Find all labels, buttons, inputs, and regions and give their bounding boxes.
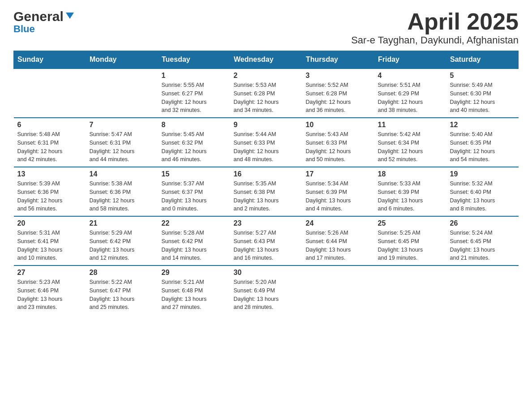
day-number: 8 — [162, 121, 227, 129]
day-number: 5 — [450, 72, 515, 80]
day-number: 28 — [90, 269, 154, 277]
day-number: 4 — [378, 72, 443, 80]
day-number: 12 — [450, 121, 515, 129]
calendar-cell — [374, 265, 446, 314]
calendar-cell: 28Sunrise: 5:22 AMSunset: 6:47 PMDayligh… — [86, 265, 158, 314]
calendar-cell: 7Sunrise: 5:47 AMSunset: 6:31 PMDaylight… — [86, 118, 158, 167]
day-number: 1 — [162, 72, 227, 80]
header-sunday: Sunday — [14, 51, 86, 69]
day-number: 22 — [162, 219, 227, 227]
day-info: Sunrise: 5:31 AMSunset: 6:41 PMDaylight:… — [17, 229, 82, 262]
page-header: General Blue April 2025 Sar-e Tayghan, D… — [13, 9, 519, 46]
day-info: Sunrise: 5:26 AMSunset: 6:44 PMDaylight:… — [306, 229, 371, 262]
day-info: Sunrise: 5:29 AMSunset: 6:42 PMDaylight:… — [90, 229, 154, 262]
calendar-cell: 22Sunrise: 5:28 AMSunset: 6:42 PMDayligh… — [158, 216, 230, 265]
logo-general-text: General — [13, 9, 64, 24]
day-number: 30 — [234, 269, 299, 277]
day-info: Sunrise: 5:52 AMSunset: 6:28 PMDaylight:… — [306, 81, 371, 115]
day-info: Sunrise: 5:49 AMSunset: 6:30 PMDaylight:… — [450, 81, 515, 115]
calendar-cell: 2Sunrise: 5:53 AMSunset: 6:28 PMDaylight… — [230, 68, 302, 118]
title-block: April 2025 Sar-e Tayghan, Daykundi, Afgh… — [351, 9, 519, 46]
calendar-cell: 5Sunrise: 5:49 AMSunset: 6:30 PMDaylight… — [446, 68, 519, 118]
day-info: Sunrise: 5:25 AMSunset: 6:45 PMDaylight:… — [378, 229, 443, 262]
logo-arrow-icon — [65, 11, 75, 22]
day-info: Sunrise: 5:39 AMSunset: 6:36 PMDaylight:… — [17, 180, 82, 213]
calendar-cell: 13Sunrise: 5:39 AMSunset: 6:36 PMDayligh… — [14, 167, 86, 216]
day-number: 7 — [90, 121, 154, 129]
day-info: Sunrise: 5:51 AMSunset: 6:29 PMDaylight:… — [378, 81, 443, 115]
header-monday: Monday — [86, 51, 158, 69]
day-info: Sunrise: 5:42 AMSunset: 6:34 PMDaylight:… — [378, 130, 443, 164]
day-info: Sunrise: 5:48 AMSunset: 6:31 PMDaylight:… — [17, 130, 82, 164]
day-info: Sunrise: 5:34 AMSunset: 6:39 PMDaylight:… — [306, 180, 371, 213]
day-number: 25 — [378, 219, 443, 227]
day-info: Sunrise: 5:35 AMSunset: 6:38 PMDaylight:… — [234, 180, 299, 213]
day-info: Sunrise: 5:28 AMSunset: 6:42 PMDaylight:… — [162, 229, 227, 262]
day-info: Sunrise: 5:43 AMSunset: 6:33 PMDaylight:… — [306, 130, 371, 164]
day-number: 2 — [234, 72, 299, 80]
day-info: Sunrise: 5:47 AMSunset: 6:31 PMDaylight:… — [90, 130, 154, 164]
header-friday: Friday — [374, 51, 446, 69]
logo-blue-text: Blue — [13, 23, 35, 35]
day-number: 21 — [90, 219, 154, 227]
calendar-cell: 3Sunrise: 5:52 AMSunset: 6:28 PMDaylight… — [302, 68, 374, 118]
day-info: Sunrise: 5:32 AMSunset: 6:40 PMDaylight:… — [450, 180, 515, 213]
day-info: Sunrise: 5:33 AMSunset: 6:39 PMDaylight:… — [378, 180, 443, 213]
calendar-cell: 24Sunrise: 5:26 AMSunset: 6:44 PMDayligh… — [302, 216, 374, 265]
calendar-cell: 15Sunrise: 5:37 AMSunset: 6:37 PMDayligh… — [158, 167, 230, 216]
week-row-3: 13Sunrise: 5:39 AMSunset: 6:36 PMDayligh… — [14, 167, 519, 216]
page-subtitle: Sar-e Tayghan, Daykundi, Afghanistan — [351, 34, 519, 46]
day-info: Sunrise: 5:40 AMSunset: 6:35 PMDaylight:… — [450, 130, 515, 164]
calendar-cell — [446, 265, 519, 314]
calendar-cell — [302, 265, 374, 314]
day-info: Sunrise: 5:21 AMSunset: 6:48 PMDaylight:… — [162, 278, 227, 312]
week-row-2: 6Sunrise: 5:48 AMSunset: 6:31 PMDaylight… — [14, 118, 519, 167]
day-number: 16 — [234, 170, 299, 178]
calendar-table: SundayMondayTuesdayWednesdayThursdayFrid… — [13, 51, 519, 314]
day-number: 20 — [17, 219, 82, 227]
calendar-cell: 12Sunrise: 5:40 AMSunset: 6:35 PMDayligh… — [446, 118, 519, 167]
day-info: Sunrise: 5:27 AMSunset: 6:43 PMDaylight:… — [234, 229, 299, 262]
calendar-cell: 4Sunrise: 5:51 AMSunset: 6:29 PMDaylight… — [374, 68, 446, 118]
calendar-cell — [86, 68, 158, 118]
day-number: 29 — [162, 269, 227, 277]
day-info: Sunrise: 5:20 AMSunset: 6:49 PMDaylight:… — [234, 278, 299, 312]
calendar-cell: 19Sunrise: 5:32 AMSunset: 6:40 PMDayligh… — [446, 167, 519, 216]
calendar-cell: 20Sunrise: 5:31 AMSunset: 6:41 PMDayligh… — [14, 216, 86, 265]
calendar-cell: 17Sunrise: 5:34 AMSunset: 6:39 PMDayligh… — [302, 167, 374, 216]
day-info: Sunrise: 5:38 AMSunset: 6:36 PMDaylight:… — [90, 180, 154, 213]
calendar-cell: 18Sunrise: 5:33 AMSunset: 6:39 PMDayligh… — [374, 167, 446, 216]
calendar-cell: 25Sunrise: 5:25 AMSunset: 6:45 PMDayligh… — [374, 216, 446, 265]
calendar-cell: 10Sunrise: 5:43 AMSunset: 6:33 PMDayligh… — [302, 118, 374, 167]
logo: General Blue — [13, 9, 75, 35]
day-number: 6 — [17, 121, 82, 129]
day-info: Sunrise: 5:22 AMSunset: 6:47 PMDaylight:… — [90, 278, 154, 312]
day-number: 24 — [306, 219, 371, 227]
week-row-5: 27Sunrise: 5:23 AMSunset: 6:46 PMDayligh… — [14, 265, 519, 314]
header-thursday: Thursday — [302, 51, 374, 69]
calendar-cell: 6Sunrise: 5:48 AMSunset: 6:31 PMDaylight… — [14, 118, 86, 167]
calendar-cell: 26Sunrise: 5:24 AMSunset: 6:45 PMDayligh… — [446, 216, 519, 265]
calendar-cell: 8Sunrise: 5:45 AMSunset: 6:32 PMDaylight… — [158, 118, 230, 167]
day-info: Sunrise: 5:55 AMSunset: 6:27 PMDaylight:… — [162, 81, 227, 115]
calendar-cell — [14, 68, 86, 118]
day-number: 26 — [450, 219, 515, 227]
header-tuesday: Tuesday — [158, 51, 230, 69]
calendar-cell: 21Sunrise: 5:29 AMSunset: 6:42 PMDayligh… — [86, 216, 158, 265]
day-number: 11 — [378, 121, 443, 129]
calendar-cell: 9Sunrise: 5:44 AMSunset: 6:33 PMDaylight… — [230, 118, 302, 167]
day-info: Sunrise: 5:37 AMSunset: 6:37 PMDaylight:… — [162, 180, 227, 213]
calendar-cell: 29Sunrise: 5:21 AMSunset: 6:48 PMDayligh… — [158, 265, 230, 314]
day-number: 9 — [234, 121, 299, 129]
page-title: April 2025 — [351, 9, 519, 34]
day-number: 17 — [306, 170, 371, 178]
day-number: 15 — [162, 170, 227, 178]
day-info: Sunrise: 5:24 AMSunset: 6:45 PMDaylight:… — [450, 229, 515, 262]
calendar-cell: 23Sunrise: 5:27 AMSunset: 6:43 PMDayligh… — [230, 216, 302, 265]
week-row-1: 1Sunrise: 5:55 AMSunset: 6:27 PMDaylight… — [14, 68, 519, 118]
calendar-cell: 1Sunrise: 5:55 AMSunset: 6:27 PMDaylight… — [158, 68, 230, 118]
calendar-cell: 11Sunrise: 5:42 AMSunset: 6:34 PMDayligh… — [374, 118, 446, 167]
day-number: 27 — [17, 269, 82, 277]
week-row-4: 20Sunrise: 5:31 AMSunset: 6:41 PMDayligh… — [14, 216, 519, 265]
calendar-cell: 27Sunrise: 5:23 AMSunset: 6:46 PMDayligh… — [14, 265, 86, 314]
